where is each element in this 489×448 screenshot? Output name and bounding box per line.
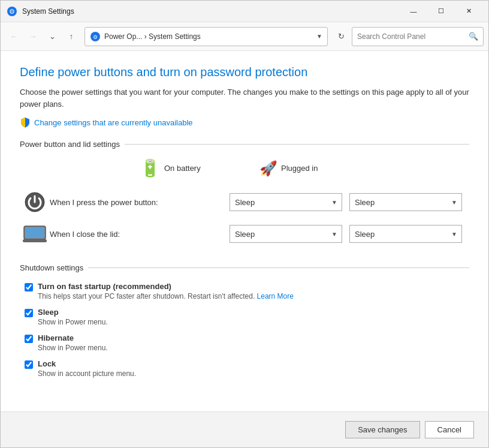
lid-label: When I close the lid: (50, 230, 230, 239)
shutdown-section-label: Shutdown settings (20, 263, 83, 272)
on-battery-label: On battery (164, 164, 201, 173)
sleep-checkbox[interactable] (25, 309, 33, 317)
sleep-content: Sleep Show in Power menu. (38, 308, 469, 326)
hibernate-checkbox[interactable] (25, 335, 33, 343)
shutdown-settings-section: Turn on fast startup (recommended) This … (20, 282, 469, 378)
lid-plugged-in-select[interactable]: Do nothing Sleep Hibernate Shut down (349, 225, 462, 243)
recent-button[interactable]: ⌄ (44, 28, 61, 45)
close-button[interactable]: ✕ (455, 2, 482, 21)
lid-selects: Do nothing Sleep Hibernate Shut down ▼ D… (230, 225, 469, 243)
hibernate-desc: Show in Power menu. (38, 344, 469, 352)
back-button[interactable]: ← (5, 28, 22, 45)
search-icon: 🔍 (469, 32, 478, 41)
divider-line-power (125, 144, 469, 145)
lock-desc: Show in account picture menu. (38, 369, 469, 378)
window-controls: — ☐ ✕ (400, 2, 482, 21)
breadcrumb-2: System Settings (149, 32, 201, 41)
search-bar: 🔍 (352, 27, 484, 46)
content-area: Define power buttons and turn on passwor… (1, 51, 488, 411)
power-button-on-battery-wrapper: Do nothing Sleep Hibernate Shut down Tur… (230, 193, 342, 211)
power-settings-table: 🔋 On battery 🚀 Plugged in (20, 158, 469, 249)
power-button-on-battery-select[interactable]: Do nothing Sleep Hibernate Shut down Tur… (230, 193, 342, 211)
change-settings-link[interactable]: Change settings that are currently unava… (20, 117, 469, 128)
hibernate-item: Hibernate Show in Power menu. (20, 333, 469, 352)
breadcrumb-separator: › (144, 32, 149, 41)
address-icon: ⚙ (90, 31, 101, 42)
page-title: Define power buttons and turn on passwor… (20, 65, 469, 79)
power-button-icon (20, 191, 50, 213)
plugged-in-label: Plugged in (281, 164, 318, 173)
forward-button[interactable]: → (25, 28, 41, 45)
page-description: Choose the power settings that you want … (20, 86, 469, 110)
breadcrumb-1: Power Op... (104, 32, 142, 41)
power-button-row: When I press the power button: Do nothin… (20, 185, 469, 219)
address-dropdown-icon[interactable]: ▼ (316, 33, 322, 40)
divider-line-shutdown (88, 267, 469, 268)
fast-startup-desc: This helps start your PC faster after sh… (38, 292, 469, 300)
lid-on-battery-wrapper: Do nothing Sleep Hibernate Shut down ▼ (230, 225, 342, 243)
cancel-button[interactable]: Cancel (425, 421, 474, 438)
up-button[interactable]: ↑ (63, 28, 80, 45)
power-section-label: Power button and lid settings (20, 140, 120, 149)
fast-startup-content: Turn on fast startup (recommended) This … (38, 282, 469, 300)
lock-checkbox[interactable] (25, 360, 33, 369)
svg-text:⚙: ⚙ (9, 8, 15, 15)
battery-icon: 🔋 (140, 158, 161, 178)
change-settings-text[interactable]: Change settings that are currently unava… (34, 118, 193, 127)
lock-label[interactable]: Lock (38, 359, 56, 368)
power-button-plugged-in-select[interactable]: Do nothing Sleep Hibernate Shut down Tur… (349, 193, 462, 211)
plugged-icon: 🚀 (259, 160, 277, 177)
refresh-button[interactable]: ↻ (333, 28, 349, 45)
lock-item: Lock Show in account picture menu. (20, 359, 469, 378)
learn-more-link[interactable]: Learn More (257, 292, 294, 300)
shield-uac-icon (20, 117, 31, 128)
save-changes-button[interactable]: Save changes (345, 421, 419, 438)
fast-startup-item: Turn on fast startup (recommended) This … (20, 282, 469, 300)
sleep-desc: Show in Power menu. (38, 318, 469, 326)
sleep-item: Sleep Show in Power menu. (20, 308, 469, 326)
title-bar: ⚙ System Settings — ☐ ✕ (1, 1, 488, 22)
nav-bar: ← → ⌄ ↑ ⚙ Power Op... › System Settings … (1, 22, 488, 51)
svg-text:⚙: ⚙ (93, 34, 98, 40)
fast-startup-label[interactable]: Turn on fast startup (recommended) (38, 282, 171, 291)
power-section-divider: Power button and lid settings (20, 140, 469, 149)
lock-content: Lock Show in account picture menu. (38, 359, 469, 378)
window-icon: ⚙ (7, 6, 17, 17)
plugged-in-header: 🚀 Plugged in (259, 160, 379, 177)
lid-on-battery-select[interactable]: Do nothing Sleep Hibernate Shut down (230, 225, 342, 243)
maximize-button[interactable]: ☐ (427, 2, 455, 21)
window-title: System Settings (22, 7, 400, 16)
footer: Save changes Cancel (1, 411, 488, 447)
address-text: Power Op... › System Settings (104, 32, 313, 41)
sleep-label[interactable]: Sleep (38, 308, 59, 317)
hibernate-content: Hibernate Show in Power menu. (38, 333, 469, 352)
svg-rect-6 (25, 227, 44, 238)
lid-plugged-in-wrapper: Do nothing Sleep Hibernate Shut down ▼ (349, 225, 462, 243)
system-settings-window: ⚙ System Settings — ☐ ✕ ← → ⌄ ↑ ⚙ Power … (0, 0, 489, 448)
hibernate-label[interactable]: Hibernate (38, 333, 74, 342)
fast-startup-checkbox[interactable] (25, 283, 33, 291)
on-battery-header: 🔋 On battery (140, 158, 259, 178)
search-input[interactable] (357, 32, 466, 41)
lid-row: When I close the lid: Do nothing Sleep H… (20, 219, 469, 249)
shutdown-section-divider: Shutdown settings (20, 263, 469, 272)
power-button-plugged-in-wrapper: Do nothing Sleep Hibernate Shut down Tur… (349, 193, 462, 211)
address-bar: ⚙ Power Op... › System Settings ▼ (84, 27, 328, 46)
settings-header-row: 🔋 On battery 🚀 Plugged in (20, 158, 469, 178)
power-button-selects: Do nothing Sleep Hibernate Shut down Tur… (230, 193, 469, 211)
lid-icon (20, 225, 50, 243)
minimize-button[interactable]: — (400, 2, 427, 21)
svg-rect-7 (23, 239, 47, 242)
power-button-label: When I press the power button: (50, 198, 230, 207)
